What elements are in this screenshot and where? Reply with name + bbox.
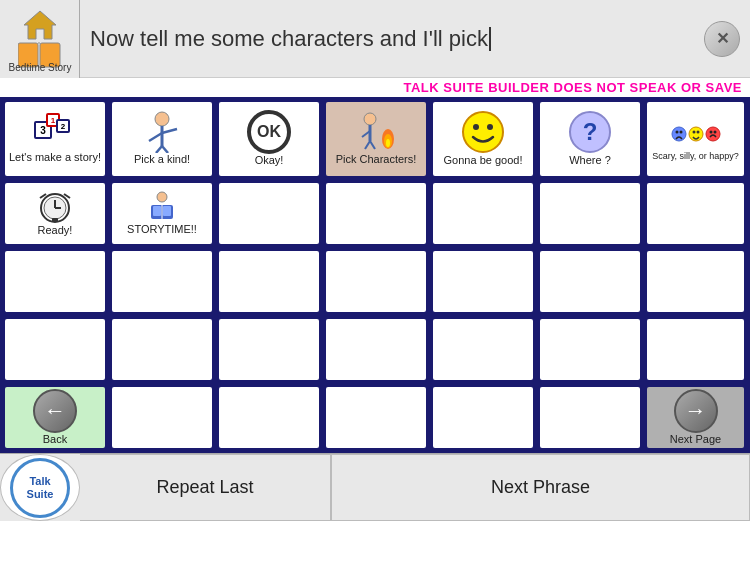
home-icon — [22, 9, 58, 41]
empty-r4c4 — [324, 317, 428, 382]
close-button[interactable]: ✕ — [704, 21, 740, 57]
svg-point-29 — [696, 130, 699, 133]
empty-r2c6 — [538, 181, 642, 246]
svg-point-25 — [675, 130, 678, 133]
svg-rect-39 — [52, 218, 58, 222]
svg-marker-0 — [24, 11, 56, 39]
empty-r3c2 — [110, 249, 214, 314]
empty-r5c5 — [431, 385, 535, 450]
grid-row-1: 3 1 2 Let's make a story! Pick a kind! O… — [3, 100, 747, 178]
pick-kind-label: Pick a kind! — [132, 153, 192, 166]
scary-silly-cell[interactable]: Scary, silly, or happy? — [645, 100, 746, 178]
empty-r4c7 — [645, 317, 746, 382]
reading-person-icon — [143, 191, 181, 223]
person-fire-icon — [354, 111, 398, 153]
empty-r3c5 — [431, 249, 535, 314]
alarm-clock-icon — [36, 190, 74, 224]
bedtime-label: Bedtime Story — [0, 62, 80, 73]
svg-line-7 — [149, 133, 162, 141]
storytime-label: STORYTIME!! — [125, 223, 199, 236]
bottom-bar: Talk Suite Repeat Last Next Phrase — [0, 453, 750, 521]
svg-point-31 — [709, 130, 712, 133]
svg-point-19 — [463, 112, 503, 152]
svg-point-20 — [473, 124, 479, 130]
grid-row-4 — [3, 317, 747, 382]
scary-silly-label: Scary, silly, or happy? — [650, 151, 741, 162]
smiley-icon — [461, 110, 505, 154]
empty-r2c4 — [324, 181, 428, 246]
gonna-be-good-cell[interactable]: Gonna be good! — [431, 100, 535, 178]
repeat-last-button[interactable]: Repeat Last — [80, 454, 331, 521]
numbers-icon: 3 1 2 — [34, 113, 76, 149]
empty-r2c3 — [217, 181, 321, 246]
svg-line-14 — [365, 141, 370, 149]
empty-r4c6 — [538, 317, 642, 382]
lets-make-label: Let's make a story! — [7, 151, 103, 164]
svg-rect-44 — [163, 206, 171, 216]
empty-r2c5 — [431, 181, 535, 246]
svg-text:?: ? — [583, 118, 598, 145]
empty-r4c2 — [110, 317, 214, 382]
main-grid: 3 1 2 Let's make a story! Pick a kind! O… — [0, 97, 750, 453]
empty-r4c1 — [3, 317, 107, 382]
empty-r3c7 — [645, 249, 746, 314]
where-label: Where ? — [567, 154, 613, 167]
back-button[interactable]: ← Back — [3, 385, 107, 450]
talksuite-banner: TALK SUITE BUILDER DOES NOT SPEAK OR SAV… — [0, 78, 750, 97]
svg-line-9 — [156, 146, 162, 153]
next-phrase-button[interactable]: Next Phrase — [331, 454, 750, 521]
next-arrow-icon: → — [674, 389, 718, 433]
repeat-last-label: Repeat Last — [157, 477, 254, 498]
empty-r5c2 — [110, 385, 214, 450]
empty-r5c4 — [324, 385, 428, 450]
grid-row-2: Ready! STORYTIME!! — [3, 181, 747, 246]
back-label: Back — [41, 433, 69, 446]
svg-point-26 — [679, 130, 682, 133]
empty-r3c4 — [324, 249, 428, 314]
svg-point-21 — [487, 124, 493, 130]
header-icon-area[interactable]: Bedtime Story — [0, 0, 80, 78]
header-title: Now tell me some characters and I'll pic… — [80, 26, 704, 52]
talksuite-button[interactable]: Talk Suite — [0, 454, 80, 521]
next-page-label: Next Page — [668, 433, 723, 446]
storytime-cell[interactable]: STORYTIME!! — [110, 181, 214, 246]
question-face-icon: ? — [568, 110, 612, 154]
pick-characters-cell[interactable]: Pick Characters! — [324, 100, 428, 178]
empty-r3c6 — [538, 249, 642, 314]
where-cell[interactable]: ? Where ? — [538, 100, 642, 178]
empty-r3c1 — [3, 249, 107, 314]
header-title-text: Now tell me some characters and I'll pic… — [90, 26, 488, 52]
gonna-be-good-label: Gonna be good! — [442, 154, 525, 167]
svg-point-32 — [713, 130, 716, 133]
svg-point-28 — [692, 130, 695, 133]
svg-point-24 — [672, 127, 686, 141]
svg-point-40 — [157, 192, 167, 202]
empty-r2c7 — [645, 181, 746, 246]
next-page-button[interactable]: → Next Page — [645, 385, 746, 450]
grid-row-5: ← Back → Next Page — [3, 385, 747, 450]
okay-label: Okay! — [253, 154, 286, 167]
svg-line-10 — [162, 146, 168, 153]
cursor — [489, 27, 491, 51]
svg-point-30 — [706, 127, 720, 141]
empty-r4c3 — [217, 317, 321, 382]
ready-cell[interactable]: Ready! — [3, 181, 107, 246]
okay-cell[interactable]: OK Okay! — [217, 100, 321, 178]
pick-kind-cell[interactable]: Pick a kind! — [110, 100, 214, 178]
person-pointing-icon — [141, 111, 183, 153]
grid-row-3 — [3, 249, 747, 314]
svg-point-5 — [155, 112, 169, 126]
ok-icon: OK — [247, 110, 291, 154]
talksuite-icon: Talk Suite — [10, 458, 70, 518]
svg-point-11 — [364, 113, 376, 125]
back-arrow-icon: ← — [33, 389, 77, 433]
lets-make-cell[interactable]: 3 1 2 Let's make a story! — [3, 100, 107, 178]
empty-r4c5 — [431, 317, 535, 382]
next-phrase-label: Next Phrase — [491, 477, 590, 498]
svg-rect-43 — [153, 206, 161, 216]
empty-r5c3 — [217, 385, 321, 450]
empty-r5c6 — [538, 385, 642, 450]
header: Bedtime Story Now tell me some character… — [0, 0, 750, 78]
svg-point-18 — [386, 139, 390, 147]
ready-label: Ready! — [36, 224, 75, 237]
